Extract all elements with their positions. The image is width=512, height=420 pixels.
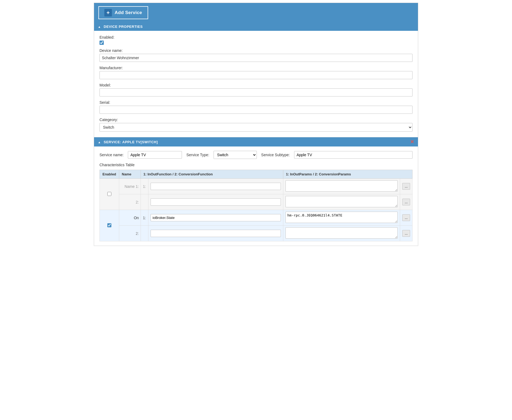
row1-params1-textarea[interactable] [285, 180, 398, 192]
row1-action2-cell: ... [400, 194, 413, 210]
row2-params1-textarea[interactable]: hm-rpc.0.JEQ064621l4.STATE [285, 212, 398, 223]
row2-params2-cell [283, 226, 400, 241]
row2-action2-button[interactable]: ... [402, 230, 410, 237]
row1-func2-cell [148, 194, 283, 210]
add-service-button[interactable]: + Add Service [98, 6, 148, 19]
manufacturer-label: Manufacturer: [99, 66, 413, 70]
table-row: 2: ... [100, 194, 413, 210]
row2-func2-input[interactable] [151, 230, 281, 237]
row1-params1-cell [283, 179, 400, 194]
model-field: Model: [99, 83, 413, 100]
table-header-row: Enabled Name 1: InOutFunction / 2: Conve… [100, 170, 413, 179]
row1-num2 [141, 194, 148, 210]
row2-params1-cell: hm-rpc.0.JEQ064621l4.STATE [283, 210, 400, 226]
device-properties-body: Enabled: Device name: Manufacturer: Mode… [94, 31, 418, 137]
row1-params2-cell [283, 194, 400, 210]
table-row: On 1: hm-rpc.0.JEQ064621l4.STATE ... [100, 210, 413, 226]
row1-num2-label: 2: [119, 194, 141, 210]
row1-params2-textarea[interactable] [285, 196, 398, 207]
row1-enabled-cell [100, 179, 119, 210]
service-collapse-arrow-icon: ▲ [98, 141, 101, 144]
row2-func1-cell [148, 210, 283, 226]
row1-action1-button[interactable]: ... [402, 183, 410, 190]
category-label: Categeory: [99, 118, 413, 122]
category-field: Categeory: Switch Other Bridge Fan Light… [99, 118, 413, 133]
row1-enabled-checkbox[interactable] [107, 192, 111, 196]
row2-params2-textarea[interactable] [285, 227, 398, 239]
serial-input[interactable] [99, 106, 413, 114]
row2-func2-cell [148, 226, 283, 241]
service-name-input[interactable] [128, 151, 182, 159]
row2-action1-cell: ... [400, 210, 413, 226]
th-params: 1: InOutParams / 2: ConversionParams [283, 170, 412, 179]
row2-enabled-checkbox[interactable] [107, 223, 111, 227]
row2-enabled-cell [100, 210, 119, 241]
row1-func2-input[interactable] [151, 198, 281, 206]
model-label: Model: [99, 83, 413, 87]
row2-action1-button[interactable]: ... [402, 214, 410, 221]
service-body: Service name: Service Type: Switch Light… [94, 146, 418, 246]
row2-num2-label: 2: [119, 226, 141, 241]
row1-func1-cell [148, 179, 283, 194]
plus-icon: + [104, 9, 112, 16]
enabled-label: Enabled: [99, 35, 413, 39]
row2-action2-cell: ... [400, 226, 413, 241]
th-function: 1: InOutFunction / 2: ConversionFunction [141, 170, 283, 179]
enabled-field: Enabled: [99, 35, 413, 46]
service-type-select[interactable]: Switch Lightbulb Fan Outlet Thermostat [214, 151, 257, 159]
row1-action2-button[interactable]: ... [402, 199, 410, 205]
service-section-header: ▲ SERVICE: APPLE TV[SWITCH] ✕ [94, 137, 418, 146]
row2-num1: 1: [141, 210, 148, 226]
device-name-input[interactable] [99, 54, 413, 62]
characteristics-label: Characteristics Table [99, 163, 413, 167]
row2-func1-input[interactable] [151, 214, 281, 221]
characteristics-table: Enabled Name 1: InOutFunction / 2: Conve… [99, 170, 413, 241]
row1-func1-input[interactable] [151, 183, 281, 190]
toolbar: + Add Service [94, 3, 418, 22]
service-subtype-label: Service Subtype: [261, 153, 290, 157]
device-name-label: Device name: [99, 48, 413, 53]
device-properties-title: ▲ DEVICE PROPERTIES [98, 25, 143, 29]
th-name: Name [119, 170, 141, 179]
service-name-label: Service name: [99, 153, 124, 157]
main-container: + Add Service ▲ DEVICE PROPERTIES Enable… [94, 3, 418, 246]
service-type-label: Service Type: [186, 153, 209, 157]
device-properties-header: ▲ DEVICE PROPERTIES [94, 22, 418, 31]
add-service-label: Add Service [115, 10, 142, 15]
table-row: 2: ... [100, 226, 413, 241]
manufacturer-field: Manufacturer: [99, 66, 413, 83]
service-section-title: ▲ SERVICE: APPLE TV[SWITCH] [98, 140, 158, 144]
category-select[interactable]: Switch Other Bridge Fan Lightbulb Door L… [99, 123, 413, 132]
service-close-button[interactable]: ✕ [410, 139, 414, 144]
model-input[interactable] [99, 88, 413, 96]
row1-name-label: Name 1: [119, 179, 141, 194]
th-enabled: Enabled [100, 170, 119, 179]
table-row: Name 1: 1: ... [100, 179, 413, 194]
service-name-row: Service name: Service Type: Switch Light… [99, 151, 413, 159]
row2-num2 [141, 226, 148, 241]
serial-label: Serial: [99, 100, 413, 105]
enabled-checkbox[interactable] [99, 41, 104, 45]
row2-name-label: On [119, 210, 141, 226]
row1-action1-cell: ... [400, 179, 413, 194]
service-subtype-input[interactable] [294, 151, 413, 159]
manufacturer-input[interactable] [99, 71, 413, 79]
serial-field: Serial: [99, 100, 413, 118]
row1-num1: 1: [141, 179, 148, 194]
device-name-field: Device name: [99, 48, 413, 66]
collapse-arrow-icon: ▲ [98, 25, 101, 28]
